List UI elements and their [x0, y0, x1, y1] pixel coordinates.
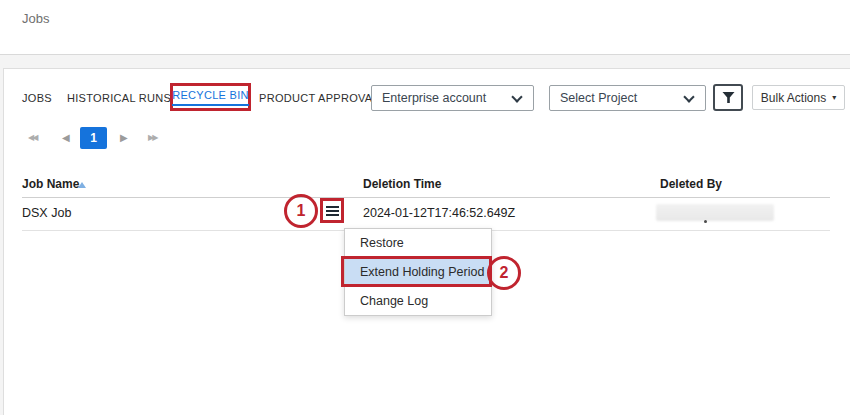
pagination-prev-button[interactable]: ◀	[62, 132, 70, 143]
pagination-current-page[interactable]: 1	[80, 127, 107, 149]
tab-historical-runs[interactable]: HISTORICAL RUNS	[67, 92, 171, 104]
filter-button[interactable]	[713, 84, 743, 111]
tab-jobs[interactable]: JOBS	[22, 92, 52, 104]
pagination-next-button[interactable]: ▶	[120, 132, 128, 143]
pagination-first-button[interactable]: ◀◀	[28, 133, 36, 142]
column-header-deleted-by: Deleted By	[660, 177, 722, 191]
funnel-icon	[722, 91, 735, 104]
menu-item-extend-holding-period[interactable]: Extend Holding Period	[345, 258, 491, 287]
account-dropdown-value: Enterprise account	[382, 91, 486, 105]
job-name-cell: DSX Job	[22, 206, 71, 220]
deleted-by-redacted-value	[656, 204, 774, 221]
deletion-time-cell: 2024-01-12T17:46:52.649Z	[363, 206, 515, 220]
caret-down-icon: ▾	[832, 93, 836, 102]
row-menu-button[interactable]	[320, 198, 344, 223]
bulk-actions-label: Bulk Actions	[761, 91, 826, 105]
tab-product-approval[interactable]: PRODUCT APPROVAL	[259, 92, 379, 104]
menu-item-change-log[interactable]: Change Log	[345, 287, 491, 316]
hamburger-icon	[326, 210, 339, 212]
project-dropdown-value: Select Project	[560, 91, 637, 105]
column-header-job-name[interactable]: Job Name	[22, 177, 79, 191]
table-header-divider	[22, 197, 830, 198]
redaction-smudge	[704, 220, 707, 223]
row-context-menu: Restore Extend Holding Period Change Log	[344, 228, 492, 316]
annotation-box-recycle-bin: RECYCLE BIN	[170, 83, 251, 111]
annotation-step-1: 1	[284, 194, 318, 228]
bulk-actions-button[interactable]: Bulk Actions ▾	[752, 85, 845, 110]
sort-ascending-icon	[78, 182, 86, 188]
tab-recycle-bin[interactable]: RECYCLE BIN	[172, 89, 249, 106]
pagination-last-button[interactable]: ▶▶	[148, 133, 156, 142]
account-dropdown[interactable]: Enterprise account	[371, 85, 534, 111]
chevron-down-icon	[511, 91, 522, 102]
project-dropdown[interactable]: Select Project	[549, 85, 706, 111]
hamburger-icon	[326, 214, 339, 216]
page-title: Jobs	[22, 11, 49, 26]
hamburger-icon	[326, 206, 339, 208]
column-header-deletion-time: Deletion Time	[363, 177, 441, 191]
chevron-down-icon	[683, 91, 694, 102]
menu-item-restore[interactable]: Restore	[345, 229, 491, 258]
annotation-step-2: 2	[487, 256, 521, 290]
